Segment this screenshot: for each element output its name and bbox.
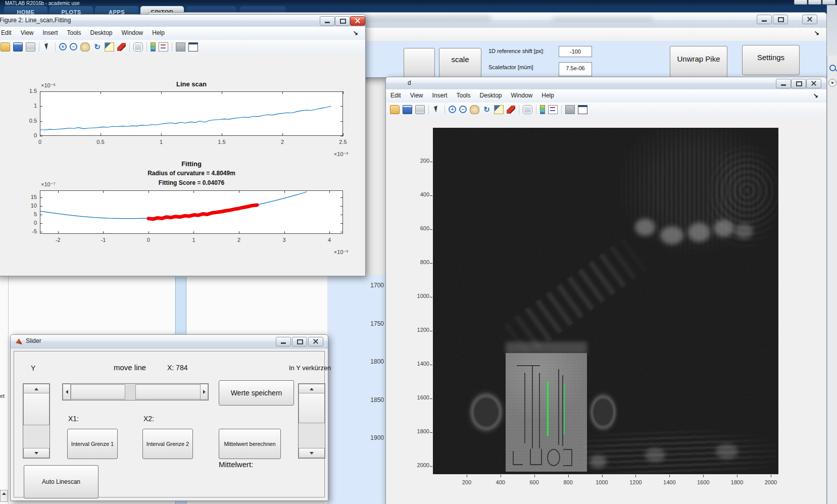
- menu-tools[interactable]: Tools: [452, 89, 475, 99]
- slider-up-button[interactable]: [299, 384, 325, 394]
- scale-button[interactable]: scale: [439, 48, 481, 77]
- slider-down-button[interactable]: [299, 448, 325, 458]
- interval-limit-1-button[interactable]: Interval Grenze 1: [67, 429, 118, 459]
- zoom-out-icon[interactable]: [459, 106, 467, 113]
- slider-thumb[interactable]: [299, 393, 325, 423]
- menu-help[interactable]: Help: [147, 27, 169, 36]
- menu-tools[interactable]: Tools: [63, 27, 86, 36]
- data-cursor-icon[interactable]: [494, 105, 504, 114]
- dock-arrow-icon[interactable]: ↘: [813, 92, 818, 99]
- slider-up-button[interactable]: [23, 384, 50, 394]
- tick-label: 1.5: [212, 139, 232, 145]
- dock-arrow-icon[interactable]: ↘: [814, 29, 819, 36]
- menu-view[interactable]: View: [406, 89, 428, 99]
- auto-linescan-button[interactable]: Auto Linescan: [24, 465, 99, 498]
- open-folder-icon[interactable]: [1, 42, 10, 52]
- zoom-in-icon[interactable]: [59, 43, 67, 51]
- print-icon[interactable]: [415, 105, 425, 114]
- minimize-button[interactable]: [276, 337, 291, 346]
- interferogram-image[interactable]: [433, 128, 778, 474]
- chevron-down-icon[interactable]: [828, 79, 836, 87]
- pan-icon[interactable]: [470, 105, 479, 114]
- link-plots-icon[interactable]: [523, 105, 532, 114]
- menu-view[interactable]: View: [16, 27, 38, 36]
- colorbar-icon[interactable]: [540, 105, 545, 114]
- dock-large-icon[interactable]: [188, 42, 198, 52]
- maximize-button[interactable]: [335, 16, 350, 26]
- menu-insert[interactable]: Insert: [427, 89, 452, 99]
- close-button[interactable]: [350, 16, 365, 26]
- slider-thumb[interactable]: [135, 384, 201, 399]
- tick-label: 1: [18, 103, 37, 109]
- maximize-button[interactable]: [791, 79, 806, 88]
- y-slider[interactable]: [23, 383, 50, 459]
- data-cursor-icon[interactable]: [105, 42, 114, 52]
- matlab-maximize-button[interactable]: [808, 0, 821, 5]
- matlab-close-button[interactable]: [822, 0, 835, 5]
- minimize-button[interactable]: [757, 15, 772, 24]
- dock-large-icon[interactable]: [578, 105, 587, 114]
- cursor-icon[interactable]: [43, 43, 52, 51]
- legend-icon[interactable]: [159, 42, 168, 52]
- slider-titlebar[interactable]: Slider: [11, 335, 328, 348]
- tick-label: 1600: [692, 479, 714, 485]
- pan-icon[interactable]: [80, 42, 90, 52]
- zoom-out-icon[interactable]: [70, 43, 77, 51]
- mini-scrollbar[interactable]: [0, 490, 8, 502]
- figure2-titlebar[interactable]: Figure 2: Line_scan,Fitting: [0, 15, 365, 27]
- save-icon[interactable]: [13, 42, 23, 52]
- save-icon[interactable]: [403, 105, 412, 114]
- legend-icon[interactable]: [548, 105, 558, 114]
- menu-edit[interactable]: Edit: [0, 27, 16, 36]
- zoom-in-icon[interactable]: [449, 106, 456, 113]
- rotate-3d-icon[interactable]: [482, 106, 491, 114]
- close-button[interactable]: [308, 337, 323, 346]
- interval-limit-2-button[interactable]: Interval Grenze 2: [142, 429, 193, 459]
- ref-shift-input[interactable]: -100: [559, 46, 592, 57]
- save-values-button[interactable]: Werte speichern: [219, 380, 294, 406]
- matlab-minimize-button[interactable]: [794, 0, 807, 5]
- open-folder-icon[interactable]: [390, 105, 400, 114]
- slider-thumb[interactable]: [71, 384, 125, 399]
- unwrap-pike-button[interactable]: Unwrap Pike: [670, 46, 727, 77]
- link-plots-icon[interactable]: [133, 42, 143, 52]
- maximize-button[interactable]: [773, 15, 788, 24]
- dock-small-icon[interactable]: [565, 105, 575, 114]
- fitting-y-exponent: ×10⁻⁷: [41, 181, 55, 188]
- brush-icon[interactable]: [117, 43, 126, 51]
- colorbar-icon[interactable]: [151, 42, 156, 52]
- menu-window[interactable]: Window: [507, 89, 537, 99]
- search-icon[interactable]: [829, 65, 836, 71]
- slider-thumb[interactable]: [23, 393, 50, 425]
- tick-mark: [340, 121, 343, 122]
- shorten-y-slider[interactable]: [298, 383, 325, 459]
- menu-help[interactable]: Help: [537, 89, 559, 99]
- slider-left-button[interactable]: [63, 384, 71, 400]
- dock-arrow-icon[interactable]: ↘: [353, 29, 358, 36]
- close-button[interactable]: [806, 79, 821, 88]
- cursor-icon[interactable]: [432, 106, 441, 114]
- tick-mark: [340, 223, 343, 224]
- move-line-slider[interactable]: [62, 383, 209, 400]
- menu-desktop[interactable]: Desktop: [86, 27, 117, 36]
- slider-right-button[interactable]: [200, 384, 208, 400]
- maximize-button[interactable]: [292, 337, 307, 346]
- minimize-button[interactable]: [320, 16, 335, 26]
- settings-button[interactable]: Settings: [742, 45, 800, 75]
- print-icon[interactable]: [26, 42, 35, 52]
- calc-mean-button[interactable]: Mittelwert berechnen: [219, 429, 281, 459]
- menu-window[interactable]: Window: [117, 27, 148, 36]
- tick-mark: [193, 190, 194, 193]
- figure-d-titlebar[interactable]: d: [386, 77, 826, 90]
- close-button[interactable]: [802, 15, 817, 24]
- partial-button[interactable]: [404, 48, 435, 77]
- rotate-3d-icon[interactable]: [93, 43, 102, 51]
- dock-small-icon[interactable]: [176, 42, 185, 52]
- brush-icon[interactable]: [507, 106, 515, 114]
- scalefactor-input[interactable]: 7.5e-06: [559, 62, 592, 76]
- menu-desktop[interactable]: Desktop: [475, 89, 507, 99]
- minimize-button[interactable]: [776, 79, 791, 88]
- menu-edit[interactable]: Edit: [386, 89, 406, 99]
- slider-down-button[interactable]: [23, 448, 50, 458]
- menu-insert[interactable]: Insert: [38, 27, 62, 36]
